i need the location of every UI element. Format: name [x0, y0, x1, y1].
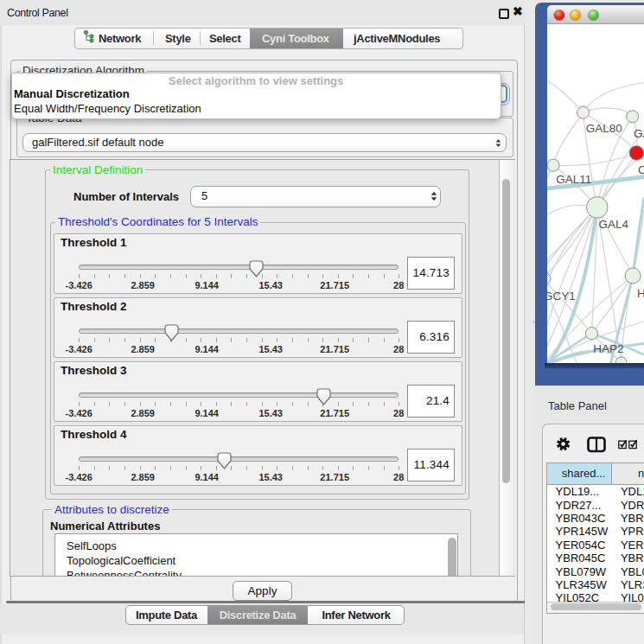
svg-text:GAL11: GAL11: [556, 172, 591, 185]
svg-text:GCY1: GCY1: [547, 289, 576, 302]
svg-text:GAL80: GAL80: [586, 121, 622, 134]
svg-text:HIS: HIS: [637, 287, 644, 300]
svg-text:GAL4: GAL4: [599, 217, 629, 230]
svg-text:HAP2: HAP2: [593, 341, 623, 354]
svg-text:GAL3: GAL3: [634, 126, 644, 139]
svg-text:CRP: CRP: [638, 163, 644, 175]
